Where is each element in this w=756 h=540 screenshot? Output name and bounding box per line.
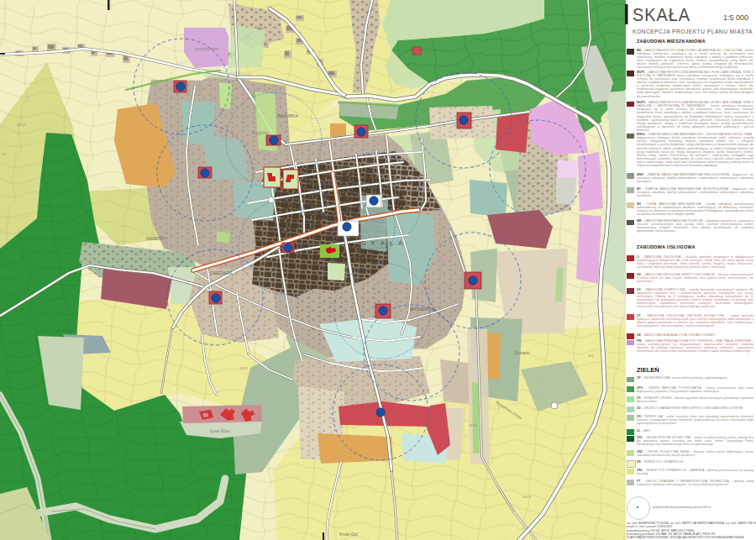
svg-text:ODEDWÓR: ODEDWÓR [210, 270, 233, 275]
svg-text:S K A Ł A: S K A Ł A [361, 239, 404, 247]
svg-text:413,8: 413,8 [469, 423, 478, 427]
svg-text:Bracjońsk: Bracjońsk [252, 131, 270, 135]
svg-text:BROWARSKI: BROWARSKI [410, 307, 435, 312]
svg-text:PIEKARKA: PIEKARKA [277, 113, 299, 118]
svg-text:425: 425 [588, 354, 594, 358]
svg-text:Łysa Góra: Łysa Góra [210, 428, 229, 433]
svg-text:oczyszczalnia: oczyszczalnia [195, 47, 218, 51]
svg-text:2,0: 2,0 [2, 152, 7, 156]
svg-text:430,3: 430,3 [239, 366, 249, 370]
svg-text:ZAGRODY: ZAGRODY [146, 236, 167, 241]
svg-text:430,8: 430,8 [522, 495, 532, 499]
svg-text:427,5: 427,5 [17, 123, 26, 127]
svg-text:Domarki: Domarki [514, 350, 531, 355]
svg-text:Krowi Dół: Krowi Dół [339, 532, 358, 537]
